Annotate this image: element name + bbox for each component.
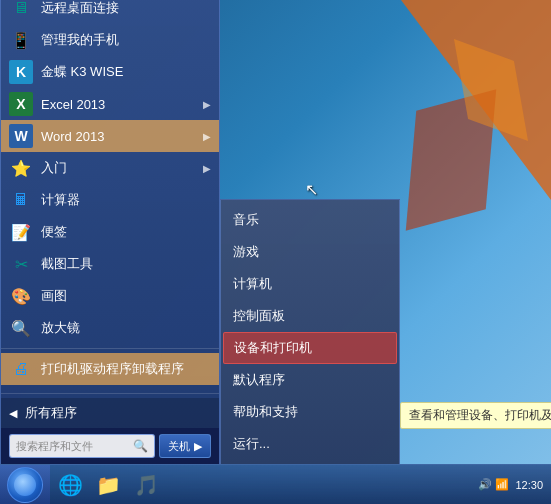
menu-item-printer-driver[interactable]: 🖨 打印机驱动程序卸载程序 [1,353,219,385]
start-menu-footer: 搜索程序和文件 🔍 关机 ▶ [1,428,219,464]
excel-arrow: ▶ [203,99,211,110]
submenu-games-label: 游戏 [233,243,259,261]
intro-arrow: ▶ [203,163,211,174]
taskbar-start-button[interactable] [0,465,50,505]
search-placeholder: 搜索程序和文件 [16,439,133,454]
taskbar-ie-icon[interactable]: 🌐 [52,467,88,503]
shutdown-button[interactable]: 关机 ▶ [159,434,211,458]
manage-phone-icon: 📱 [9,28,33,52]
menu-item-briefcase[interactable]: 📝 便签 [1,216,219,248]
submenu-run-label: 运行... [233,435,270,453]
submenu-help-support-label: 帮助和支持 [233,403,298,421]
start-menu: 👤 🖥 远程桌面连接 📱 管理我的手机 K 金蝶 K3 WISE X Excel… [0,0,220,464]
taskbar-media-icon[interactable]: 🎵 [128,467,164,503]
excel-icon: X [9,92,33,116]
submenu-item-control-panel[interactable]: 控制面板 [221,300,399,332]
menu-item-k3wise-label: 金蝶 K3 WISE [41,63,211,81]
menu-item-calculator[interactable]: 🖩 计算器 [1,184,219,216]
menu-item-magnifier-label: 放大镜 [41,319,211,337]
printer-driver-icon: 🖨 [9,357,33,381]
submenu-item-help-support[interactable]: 帮助和支持 [221,396,399,428]
remote-connect-icon: 🖥 [9,0,33,20]
taskbar: 🌐 📁 🎵 🔊 📶 12:30 [0,464,551,504]
menu-item-intro-label: 入门 [41,159,195,177]
menu-item-manage-phone[interactable]: 📱 管理我的手机 [1,24,219,56]
menu-item-intro[interactable]: ⭐ 入门 ▶ [1,152,219,184]
submenu-control-panel-label: 控制面板 [233,307,285,325]
menu-item-remote-connect[interactable]: 🖥 远程桌面连接 [1,0,219,24]
clock: 12:30 [515,479,543,491]
all-programs-item[interactable]: ◀ 所有程序 [1,398,219,428]
tooltip: 查看和管理设备、打印机及打印作业 [400,402,551,429]
submenu-item-computer[interactable]: 计算机 [221,268,399,300]
submenu-item-music[interactable]: 音乐 [221,204,399,236]
menu-item-snip-label: 截图工具 [41,255,211,273]
menu-item-remote-connect-label: 远程桌面连接 [41,0,211,17]
menu-item-manage-phone-label: 管理我的手机 [41,31,211,49]
calculator-icon: 🖩 [9,188,33,212]
submenu-item-default-programs[interactable]: 默认程序 [221,364,399,396]
search-icon[interactable]: 🔍 [133,439,148,453]
menu-item-excel2013-label: Excel 2013 [41,97,195,112]
taskbar-right: 🔊 📶 12:30 [470,478,551,491]
menu-item-k3wise[interactable]: K 金蝶 K3 WISE [1,56,219,88]
k3wise-icon: K [9,60,33,84]
submenu-item-run[interactable]: 运行... [221,428,399,460]
magnifier-icon: 🔍 [9,316,33,340]
submenu-music-label: 音乐 [233,211,259,229]
submenu-item-devices-printers[interactable]: 设备和打印机 [223,332,397,364]
menu-item-word2013-label: Word 2013 [41,129,195,144]
start-orb-inner [14,474,36,496]
all-programs-arrow-icon: ◀ [9,407,17,420]
menu-separator [1,348,219,349]
submenu-item-games[interactable]: 游戏 [221,236,399,268]
taskbar-items: 🌐 📁 🎵 [50,465,470,505]
stickynotes-icon: 📝 [9,220,33,244]
intro-icon: ⭐ [9,156,33,180]
menu-footer-separator [1,393,219,394]
menu-item-paint[interactable]: 🎨 画图 [1,280,219,312]
menu-item-printer-driver-label: 打印机驱动程序卸载程序 [41,360,211,378]
menu-item-word2013[interactable]: W Word 2013 ▶ [1,120,219,152]
start-orb[interactable] [7,467,43,503]
snip-icon: ✂ [9,252,33,276]
taskbar-explorer-icon[interactable]: 📁 [90,467,126,503]
start-menu-items: 🖥 远程桌面连接 📱 管理我的手机 K 金蝶 K3 WISE X Excel 2… [1,0,219,389]
submenu-default-programs-label: 默认程序 [233,371,285,389]
menu-item-calculator-label: 计算器 [41,191,211,209]
word-icon: W [9,124,33,148]
menu-item-paint-label: 画图 [41,287,211,305]
submenu-computer-label: 计算机 [233,275,272,293]
submenu-devices-printers-label: 设备和打印机 [234,339,312,357]
all-programs-label: 所有程序 [25,404,77,422]
paint-icon: 🎨 [9,284,33,308]
shutdown-label: 关机 [168,439,190,454]
menu-item-snip[interactable]: ✂ 截图工具 [1,248,219,280]
submenu: 音乐 游戏 计算机 控制面板 设备和打印机 默认程序 帮助和支持 运行... [220,199,400,464]
menu-item-excel2013[interactable]: X Excel 2013 ▶ [1,88,219,120]
system-tray: 🔊 📶 [478,478,509,491]
tooltip-text: 查看和管理设备、打印机及打印作业 [409,408,551,422]
word-arrow: ▶ [203,131,211,142]
menu-item-briefcase-label: 便签 [41,223,211,241]
shutdown-arrow-icon: ▶ [194,440,202,453]
search-box[interactable]: 搜索程序和文件 🔍 [9,434,155,458]
menu-item-magnifier[interactable]: 🔍 放大镜 [1,312,219,344]
